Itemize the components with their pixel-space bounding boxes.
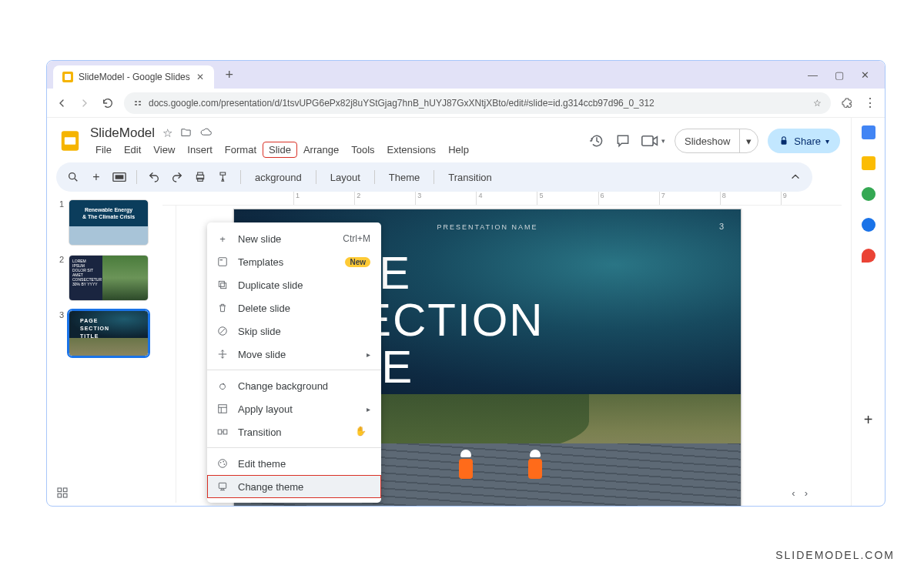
- menu-edit-theme[interactable]: Edit theme: [207, 452, 381, 475]
- scroll-left-icon[interactable]: ‹: [792, 487, 795, 499]
- new-slide-icon[interactable]: +: [89, 169, 104, 185]
- toolbar-transition[interactable]: Transition: [444, 172, 497, 183]
- cloud-status-icon[interactable]: [199, 126, 213, 140]
- slideshow-dropdown-icon[interactable]: ▾: [739, 129, 758, 152]
- svg-rect-2: [139, 101, 141, 102]
- back-icon[interactable]: [55, 96, 69, 110]
- svg-rect-14: [58, 488, 62, 492]
- add-panel-icon[interactable]: +: [864, 411, 873, 506]
- menu-view[interactable]: View: [148, 142, 180, 157]
- svg-rect-13: [198, 178, 203, 181]
- plus-icon: +: [216, 232, 229, 245]
- menu-insert[interactable]: Insert: [182, 142, 218, 157]
- menu-new-slide[interactable]: + New slide Ctrl+M: [207, 227, 381, 250]
- svg-point-30: [224, 463, 226, 465]
- menu-arrange[interactable]: Arrange: [298, 142, 344, 157]
- collapse-toolbar-icon[interactable]: [788, 169, 803, 185]
- edit-theme-icon: [216, 457, 229, 470]
- extensions-icon[interactable]: [840, 96, 854, 110]
- toolbar-background[interactable]: ackground: [250, 172, 306, 183]
- meet-icon[interactable]: ▾: [641, 132, 665, 149]
- menu-extensions[interactable]: Extensions: [382, 142, 442, 157]
- grid-view-icon[interactable]: [56, 487, 69, 499]
- menu-templates[interactable]: Templates New: [207, 250, 381, 273]
- close-window-icon[interactable]: ✕: [861, 69, 869, 81]
- menu-help[interactable]: Help: [443, 142, 474, 157]
- svg-rect-10: [116, 175, 124, 179]
- redo-icon[interactable]: [169, 169, 185, 185]
- slide-thumbnail-2[interactable]: LOREM IPSUM DOLOR SIT AMET CONSECTETUR 3…: [69, 255, 149, 301]
- menu-edit[interactable]: Edit: [119, 142, 146, 157]
- svg-rect-19: [220, 259, 223, 260]
- slide-thumbnail-3[interactable]: PAGE SECTION TITLE: [69, 310, 149, 356]
- svg-rect-1: [135, 104, 137, 105]
- menu-change-background[interactable]: Change background: [207, 374, 381, 397]
- share-button[interactable]: Share ▾: [768, 129, 840, 153]
- url-field[interactable]: docs.google.com/presentation/d/1tsvUPG6e…: [124, 92, 831, 114]
- cursor-icon: ✋: [355, 426, 367, 437]
- menu-tools[interactable]: Tools: [346, 142, 380, 157]
- bookmark-icon[interactable]: ☆: [813, 98, 822, 109]
- keep-icon[interactable]: [862, 156, 875, 170]
- thumb-number: 1: [58, 199, 64, 209]
- history-icon[interactable]: [588, 132, 605, 149]
- svg-rect-0: [135, 101, 137, 102]
- print-icon[interactable]: [192, 169, 208, 185]
- maximize-icon[interactable]: ▢: [835, 69, 844, 81]
- watermark: SLIDEMODEL.COM: [775, 549, 895, 561]
- tasks-icon[interactable]: [862, 187, 875, 201]
- menu-delete-slide[interactable]: Delete slide: [207, 296, 381, 319]
- slideshow-button[interactable]: Slideshow ▾: [675, 129, 758, 153]
- url-text: docs.google.com/presentation/d/1tsvUPG6e…: [149, 98, 654, 109]
- svg-rect-24: [219, 405, 227, 413]
- document-title[interactable]: SlideModel: [90, 125, 155, 141]
- comments-icon[interactable]: [614, 132, 631, 149]
- svg-rect-6: [642, 136, 653, 146]
- lock-icon: [778, 135, 789, 146]
- browser-menu-icon[interactable]: ⋮: [863, 96, 877, 110]
- star-icon[interactable]: ☆: [162, 126, 172, 140]
- menu-duplicate-slide[interactable]: Duplicate slide: [207, 273, 381, 296]
- slide-thumbnail-1[interactable]: Renewable Energy & The Climate Crisis: [69, 199, 149, 246]
- menu-apply-layout[interactable]: Apply layout ▸: [207, 397, 381, 420]
- svg-rect-20: [219, 281, 224, 286]
- tab-close-icon[interactable]: ✕: [196, 72, 205, 82]
- forward-icon[interactable]: [78, 96, 92, 110]
- menu-slide[interactable]: Slide: [263, 142, 296, 157]
- svg-rect-15: [63, 488, 67, 492]
- calendar-icon[interactable]: [862, 125, 875, 139]
- menu-skip-slide[interactable]: Skip slide: [207, 319, 381, 343]
- toolbar-layout[interactable]: Layout: [326, 172, 365, 183]
- undo-icon[interactable]: [146, 169, 162, 185]
- minimize-icon[interactable]: —: [808, 69, 818, 81]
- reload-icon[interactable]: [101, 96, 115, 110]
- new-slide-layout-icon[interactable]: [112, 169, 127, 185]
- skip-icon: [216, 325, 229, 337]
- paint-format-icon[interactable]: [216, 169, 231, 185]
- search-icon[interactable]: [65, 169, 81, 185]
- svg-rect-3: [139, 104, 141, 105]
- address-bar: docs.google.com/presentation/d/1tsvUPG6e…: [47, 89, 885, 118]
- svg-rect-17: [63, 493, 67, 497]
- menu-format[interactable]: Format: [219, 142, 262, 157]
- contacts-icon[interactable]: [862, 218, 875, 232]
- svg-rect-12: [198, 172, 203, 175]
- scroll-right-icon[interactable]: ›: [805, 487, 808, 499]
- menu-file[interactable]: File: [90, 142, 117, 157]
- slides-logo[interactable]: [56, 127, 84, 155]
- submenu-arrow-icon: ▸: [367, 405, 370, 413]
- svg-rect-25: [218, 430, 222, 434]
- move-icon[interactable]: [180, 126, 192, 140]
- svg-rect-7: [782, 140, 787, 145]
- menu-change-theme[interactable]: Change theme: [207, 475, 381, 498]
- new-tab-button[interactable]: +: [220, 65, 239, 84]
- thumb-number: 3: [58, 310, 64, 319]
- templates-icon: [216, 256, 229, 268]
- slide-page-number: 3: [719, 222, 724, 231]
- browser-tab[interactable]: SlideModel - Google Slides ✕: [53, 65, 214, 89]
- maps-icon[interactable]: [862, 249, 875, 263]
- toolbar-theme[interactable]: Theme: [384, 172, 424, 183]
- menu-move-slide[interactable]: Move slide ▸: [207, 343, 381, 366]
- workspace: 1 Renewable Energy & The Climate Crisis …: [47, 192, 851, 503]
- svg-point-8: [69, 173, 75, 179]
